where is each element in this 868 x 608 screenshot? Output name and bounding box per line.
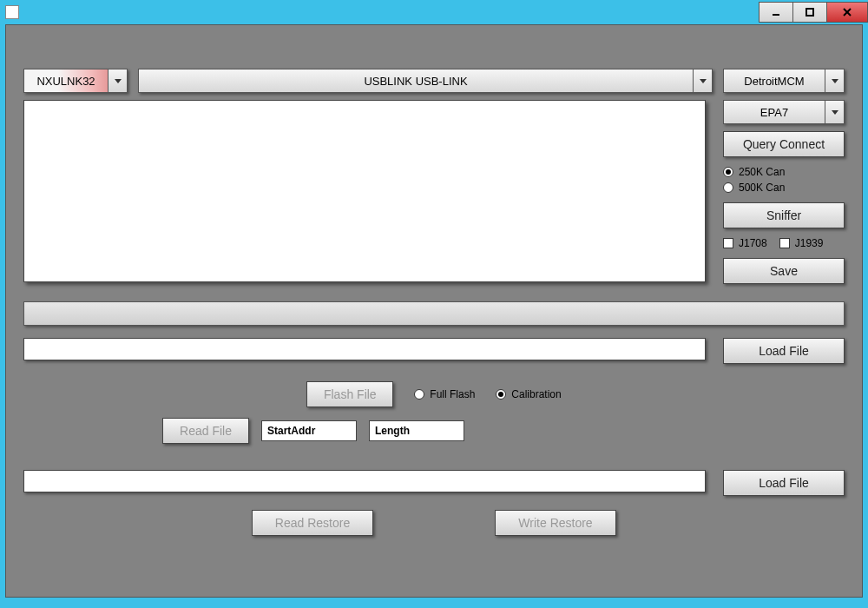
chevron-down-icon[interactable] [694,69,713,93]
check-label: J1708 [739,237,767,249]
checkbox-icon [723,238,733,248]
adapter-combo-value: NXULNK32 [23,69,108,93]
minimize-button[interactable] [759,2,793,23]
app-icon [5,5,19,19]
length-input[interactable]: Length [369,420,464,441]
svg-marker-7 [832,110,838,115]
chevron-down-icon[interactable] [825,100,845,124]
load-file-button-1[interactable]: Load File [723,338,845,364]
radio-label: 500K Can [739,182,785,194]
device-combo[interactable]: USBLINK USB-LINK [138,69,713,93]
radio-label: Calibration [511,388,561,400]
radio-label: 250K Can [739,166,785,178]
radio-full-flash[interactable]: Full Flash [414,388,475,400]
epa-combo-value: EPA7 [723,100,825,124]
chevron-down-icon[interactable] [108,69,128,93]
load-file-button-2[interactable]: Load File [723,470,845,496]
radio-500k-can[interactable]: 500K Can [723,182,845,194]
query-connect-button[interactable]: Query Connect [723,131,845,157]
svg-rect-1 [806,9,813,16]
svg-marker-5 [700,79,707,83]
file-path-input-2[interactable] [23,470,706,492]
epa-combo[interactable]: EPA7 [723,100,845,124]
input-placeholder: StartAddr [267,425,315,437]
close-button[interactable] [826,2,868,23]
read-file-button[interactable]: Read File [162,418,249,444]
check-j1708[interactable]: J1708 [723,237,767,249]
chevron-down-icon[interactable] [825,69,845,93]
radio-icon [723,182,733,193]
check-label: J1939 [795,237,824,249]
module-combo-value: DetroitMCM [723,69,825,93]
radio-250k-can[interactable]: 250K Can [723,166,845,178]
device-combo-value: USBLINK USB-LINK [138,69,694,93]
svg-marker-4 [115,79,122,83]
input-placeholder: Length [375,425,410,437]
adapter-combo[interactable]: NXULNK32 [23,69,128,93]
write-restore-button[interactable]: Write Restore [495,510,616,536]
svg-marker-6 [832,79,838,83]
file-path-input-1[interactable] [23,338,706,360]
radio-label: Full Flash [430,388,475,400]
radio-icon [723,167,733,177]
checkbox-icon [779,238,790,248]
maximize-button[interactable] [792,2,827,23]
module-combo[interactable]: DetroitMCM [723,69,845,93]
sniffer-button[interactable]: Sniffer [723,202,845,228]
titlebar [0,0,868,24]
status-bar [23,301,845,326]
client-area: NXULNK32 USBLINK USB-LINK DetroitMCM [5,24,863,598]
radio-calibration[interactable]: Calibration [496,388,561,400]
log-textarea[interactable] [23,100,706,282]
start-addr-input[interactable]: StartAddr [261,420,357,441]
read-restore-button[interactable]: Read Restore [252,510,373,536]
flash-file-button[interactable]: Flash File [306,381,393,407]
radio-icon [496,389,506,400]
check-j1939[interactable]: J1939 [779,237,824,249]
radio-icon [414,389,424,400]
save-button[interactable]: Save [723,258,845,284]
